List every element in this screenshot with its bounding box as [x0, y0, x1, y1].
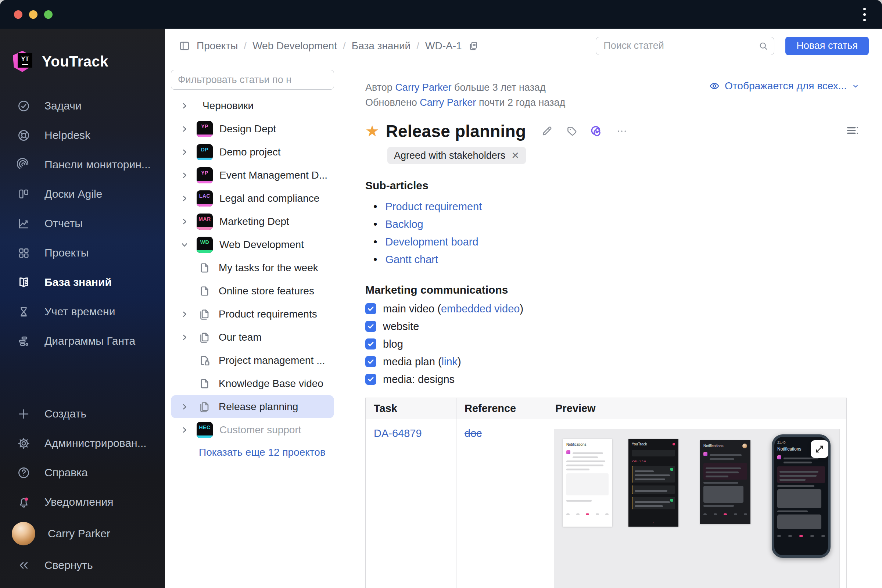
main-sidebar: YT YouTrack Задачи Helpdesk Панели монит… — [0, 28, 165, 588]
tree-item-my-tasks-for-the-week[interactable]: My tasks for the week — [171, 256, 334, 279]
search-input[interactable] — [603, 40, 758, 51]
reference-table: Task Reference Preview DA-64879 doc — [365, 398, 847, 588]
checkbox-checked[interactable] — [365, 321, 376, 332]
checkbox-checked[interactable] — [365, 374, 376, 385]
preview-attachment-panel[interactable]: Notifications — [554, 429, 840, 588]
checkbox-checked[interactable] — [365, 339, 376, 350]
gear-icon — [17, 436, 30, 450]
project-avatar: LAC — [196, 190, 213, 207]
tree-item-marketing-dept[interactable]: MAR Marketing Dept — [171, 210, 334, 233]
task-link[interactable]: DA-64879 — [374, 428, 422, 439]
tree-item-product-requirements[interactable]: Product requirements — [171, 303, 334, 326]
meatball-menu-icon — [616, 125, 628, 138]
ai-assistant-button[interactable] — [590, 124, 604, 138]
sidebar-item-gantt-charts[interactable]: Диаграммы Ганта — [0, 326, 165, 356]
sidebar-item-administration[interactable]: Администрирован... — [0, 429, 165, 458]
tree-item-online-store-features[interactable]: Online store features — [171, 279, 334, 303]
reference-link[interactable]: doc — [465, 428, 482, 439]
star-icon[interactable]: ★ — [365, 123, 379, 139]
tree-item-web-development[interactable]: WD Web Development — [171, 233, 334, 256]
article-locked-icon — [197, 353, 212, 368]
project-avatar: YP — [196, 167, 213, 183]
sidebar-item-help[interactable]: Справка — [0, 458, 165, 487]
remove-tag-icon[interactable]: ✕ — [511, 150, 519, 161]
sidebar-item-notifications[interactable]: Уведомления — [0, 487, 165, 517]
knowledge-base-icon — [17, 276, 30, 289]
sidebar-panel-icon[interactable] — [178, 40, 191, 52]
sub-article-link[interactable]: Development board — [386, 233, 478, 250]
tag-icon — [566, 125, 578, 138]
user-profile[interactable]: Carry Parker — [0, 517, 165, 550]
sub-article-link[interactable]: Product requirement — [386, 198, 482, 215]
logo-text: YouTrack — [42, 53, 108, 70]
tree-filter-input[interactable] — [171, 70, 334, 90]
tree-item-release-planning[interactable]: Release planning — [171, 395, 334, 418]
project-avatar: MAR — [196, 213, 213, 230]
tree-item-legal-and-compliance[interactable]: LAC Legal and compliance — [171, 187, 334, 210]
media-plan-link[interactable]: link — [442, 356, 458, 368]
ai-spiral-icon — [591, 125, 603, 138]
sidebar-item-tasks[interactable]: Задачи — [0, 91, 165, 120]
checkbox-checked[interactable] — [365, 303, 376, 314]
article-stack-icon — [197, 307, 212, 322]
sidebar-item-projects[interactable]: Проекты — [0, 238, 165, 267]
author-link[interactable]: Carry Parker — [395, 82, 451, 93]
article-tag[interactable]: Agreed with stakeholders ✕ — [387, 147, 526, 164]
checklist-item-website: website — [365, 318, 860, 335]
table-of-contents-button[interactable] — [845, 123, 860, 139]
tree-item-our-team[interactable]: Our team — [171, 326, 334, 349]
tree-item-demo-project[interactable]: DP Demo project — [171, 140, 334, 164]
zoom-window-button[interactable] — [44, 10, 52, 19]
tree-item-project-management[interactable]: Project management ... — [171, 349, 334, 372]
article-tree-panel: Черновики YP Design Dept DP Demo project — [165, 63, 340, 588]
article-page-icon — [197, 376, 212, 391]
checklist-item-main-video: main video (embedded video) — [365, 300, 860, 318]
sidebar-item-create[interactable]: Создать — [0, 399, 165, 429]
search-icon[interactable] — [758, 40, 769, 51]
copy-id-icon[interactable] — [468, 40, 479, 51]
tree-item-design-dept[interactable]: YP Design Dept — [171, 117, 334, 140]
close-window-button[interactable] — [14, 10, 22, 19]
sub-article-link[interactable]: Gantt chart — [386, 250, 438, 268]
sidebar-item-dashboards[interactable]: Панели мониторин... — [0, 150, 165, 179]
toc-icon — [845, 123, 860, 138]
preview-screenshot-notifications-dark[interactable]: Notifications — [700, 440, 750, 524]
avatar — [742, 444, 747, 448]
tree-item-knowledge-base-video[interactable]: Knowledge Base video — [171, 372, 334, 395]
minimize-window-button[interactable] — [29, 10, 38, 19]
breadcrumb-web-development[interactable]: Web Development — [252, 40, 337, 52]
youtrack-logo[interactable]: YT YouTrack — [0, 41, 165, 82]
add-tag-button[interactable] — [565, 124, 579, 138]
project-avatar: DP — [196, 144, 213, 160]
breadcrumb-projects[interactable]: Проекты — [196, 40, 238, 52]
expand-icon — [815, 444, 824, 454]
expand-preview-button[interactable] — [811, 440, 828, 458]
chevron-right-icon — [179, 424, 190, 435]
new-article-button[interactable]: Новая статья — [785, 37, 869, 55]
titlebar-menu-icon[interactable] — [861, 6, 868, 24]
plus-icon — [17, 407, 30, 421]
reports-icon — [17, 217, 30, 230]
sidebar-item-time-tracking[interactable]: Учет времени — [0, 297, 165, 326]
breadcrumb-article-id[interactable]: WD-A-1 — [425, 40, 462, 52]
embedded-video-link[interactable]: embedded video — [441, 303, 520, 315]
tree-item-drafts[interactable]: Черновики — [171, 94, 334, 117]
sidebar-item-helpdesk[interactable]: Helpdesk — [0, 120, 165, 150]
sidebar-item-agile-boards[interactable]: Доски Agile — [0, 179, 165, 209]
visibility-selector[interactable]: Отображается для всех... — [708, 80, 860, 92]
sidebar-item-knowledge-base[interactable]: База знаний — [0, 267, 165, 297]
tree-item-event-management[interactable]: YP Event Management D... — [171, 164, 334, 187]
sub-article-link[interactable]: Backlog — [386, 215, 423, 233]
eye-icon — [708, 80, 720, 92]
more-actions-button[interactable] — [615, 124, 629, 138]
edit-article-button[interactable] — [540, 124, 554, 138]
preview-screenshot-youtrack-app[interactable]: YouTrack iOS - 1.5.6 • — [628, 439, 678, 526]
sidebar-item-reports[interactable]: Отчеты — [0, 209, 165, 238]
sidebar-collapse-button[interactable]: Свернуть — [0, 550, 165, 580]
breadcrumb-knowledge-base[interactable]: База знаний — [352, 40, 411, 52]
updater-link[interactable]: Carry Parker — [420, 97, 476, 108]
preview-screenshot-light[interactable]: Notifications — [562, 439, 612, 526]
tree-item-customer-support[interactable]: HEC Customer support — [171, 418, 334, 441]
show-more-projects-link[interactable]: Показать еще 12 проектов — [199, 447, 334, 458]
checkbox-checked[interactable] — [365, 356, 376, 367]
